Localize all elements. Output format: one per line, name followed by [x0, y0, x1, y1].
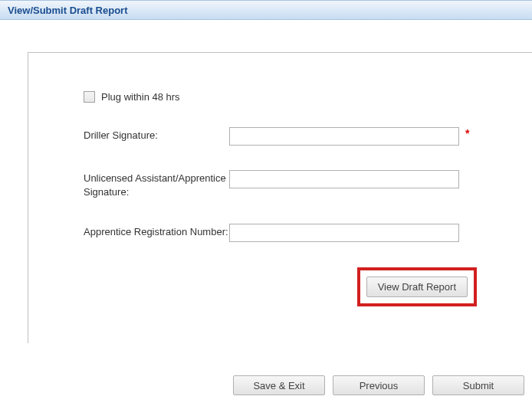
driller-signature-row: Driller Signature: * — [84, 127, 501, 146]
plug-checkbox[interactable] — [84, 91, 95, 103]
footer-actions: Save & Exit Previous Submit — [233, 375, 524, 395]
view-report-highlight: View Draft Report — [357, 267, 477, 306]
plug-checkbox-label: Plug within 48 hrs — [101, 91, 180, 103]
previous-button[interactable]: Previous — [333, 375, 425, 395]
save-exit-button[interactable]: Save & Exit — [233, 375, 325, 395]
apprentice-reg-input[interactable] — [229, 224, 459, 242]
plug-checkbox-row: Plug within 48 hrs — [84, 91, 501, 103]
driller-signature-input[interactable] — [229, 127, 459, 146]
apprentice-reg-row: Apprentice Registration Number: — [84, 224, 501, 242]
driller-signature-label: Driller Signature: — [84, 127, 229, 142]
assistant-signature-input[interactable] — [229, 170, 459, 188]
required-indicator: * — [465, 127, 469, 139]
panel-header: View/Submit Draft Report — [0, 0, 532, 20]
apprentice-reg-label: Apprentice Registration Number: — [84, 224, 229, 239]
assistant-signature-row: Unlicensed Assistant/Apprentice Signatur… — [84, 170, 501, 199]
view-draft-report-button[interactable]: View Draft Report — [366, 277, 468, 297]
panel-title: View/Submit Draft Report — [8, 5, 128, 16]
form-panel: Plug within 48 hrs Driller Signature: * … — [28, 52, 532, 343]
submit-button[interactable]: Submit — [432, 375, 524, 395]
assistant-signature-label: Unlicensed Assistant/Apprentice Signatur… — [84, 170, 229, 199]
